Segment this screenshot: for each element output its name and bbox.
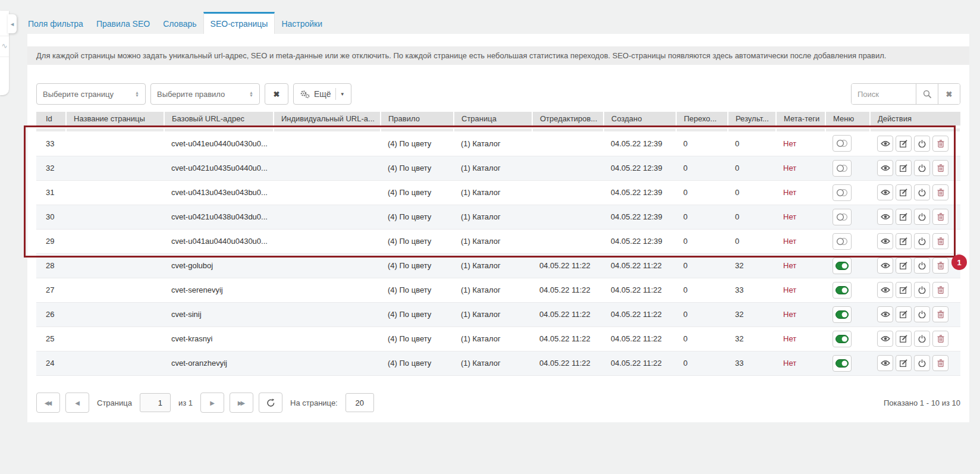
tab-bar: Поля фильтра Правила SEO Словарь SEO-стр… <box>21 12 329 34</box>
cell-meta-tags: Нет <box>776 327 825 351</box>
menu-toggle-button[interactable] <box>833 282 852 299</box>
edit-button[interactable] <box>896 209 912 225</box>
edit-button[interactable] <box>896 282 912 298</box>
column-header-results[interactable]: Результ... <box>728 112 776 127</box>
view-button[interactable] <box>877 331 893 347</box>
delete-button[interactable] <box>932 136 948 152</box>
disable-button[interactable] <box>914 258 930 274</box>
tab-seo-rules[interactable]: Правила SEO <box>90 12 156 34</box>
cell-results: 32 <box>728 327 776 351</box>
search-button[interactable] <box>916 84 938 104</box>
search-input[interactable] <box>852 84 916 104</box>
column-header-base-url[interactable]: Базовый URL-адрес <box>164 112 274 127</box>
delete-button[interactable] <box>932 209 948 225</box>
disable-button[interactable] <box>914 209 930 225</box>
disable-button[interactable] <box>914 233 930 249</box>
disable-button[interactable] <box>914 282 930 298</box>
tab-dictionary[interactable]: Словарь <box>156 12 203 34</box>
rule-select[interactable]: Выберите правило ▲▼ <box>150 83 260 105</box>
edit-button[interactable] <box>896 258 912 274</box>
disable-button[interactable] <box>914 184 930 200</box>
disable-button[interactable] <box>914 331 930 347</box>
edit-button[interactable] <box>896 233 912 249</box>
cell-actions <box>870 229 960 253</box>
more-actions-button[interactable]: Ещё ▼ <box>293 83 351 105</box>
menu-toggle-button[interactable] <box>833 184 852 201</box>
delete-button[interactable] <box>932 331 948 347</box>
edit-button[interactable] <box>896 306 912 322</box>
view-button[interactable] <box>877 160 893 176</box>
cell-page: (1) Каталог <box>454 351 532 375</box>
panel-collapse-toggle[interactable]: ◂ <box>8 14 17 33</box>
view-button[interactable] <box>877 184 893 200</box>
menu-toggle-button[interactable] <box>833 135 852 152</box>
per-page-input[interactable] <box>345 393 374 412</box>
cell-menu <box>825 327 870 351</box>
edit-button[interactable] <box>896 160 912 176</box>
cell-actions <box>870 156 960 180</box>
cell-edited <box>532 131 604 156</box>
cell-actions <box>870 278 960 302</box>
toggle-on-icon <box>835 286 849 294</box>
next-page-button[interactable]: ▶ <box>200 393 224 413</box>
clear-filters-button[interactable]: ✖ <box>265 83 288 105</box>
menu-toggle-button[interactable] <box>833 355 852 372</box>
delete-button[interactable] <box>932 160 948 176</box>
column-header-page[interactable]: Страница <box>454 112 532 127</box>
menu-toggle-button[interactable] <box>833 258 852 274</box>
view-button[interactable] <box>877 209 893 225</box>
column-header-page-name[interactable]: Название страницы <box>66 112 164 127</box>
menu-toggle-button[interactable] <box>833 331 852 347</box>
eye-icon <box>881 238 890 244</box>
delete-button[interactable] <box>932 355 948 371</box>
cell-actions <box>870 253 960 278</box>
delete-button[interactable] <box>932 184 948 200</box>
view-button[interactable] <box>877 355 893 371</box>
menu-toggle-button[interactable] <box>833 306 852 323</box>
edit-button[interactable] <box>896 136 912 152</box>
edit-button[interactable] <box>896 184 912 200</box>
view-button[interactable] <box>877 233 893 249</box>
page-select[interactable]: Выберите страницу ▲▼ <box>36 83 146 105</box>
column-header-meta-tags[interactable]: Мета-теги <box>776 112 825 127</box>
cell-base-url: cvet-oranzhevyij <box>164 351 274 375</box>
cell-base-url: cvet-u0413u043eu043bu0... <box>164 180 274 205</box>
disable-button[interactable] <box>914 136 930 152</box>
disable-button[interactable] <box>914 306 930 322</box>
column-header-transitions[interactable]: Перехо... <box>676 112 728 127</box>
view-button[interactable] <box>877 306 893 322</box>
prev-page-button[interactable]: ◀ <box>65 393 89 413</box>
column-header-id[interactable]: Id <box>36 112 66 127</box>
cell-rule: (4) По цвету <box>381 327 454 351</box>
view-button[interactable] <box>877 258 893 274</box>
column-header-rule[interactable]: Правило <box>381 112 454 127</box>
cell-edited: 04.05.22 11:22 <box>532 278 604 302</box>
page-number-input[interactable] <box>140 393 171 412</box>
column-header-individual-url[interactable]: Индивидуальный URL-а... <box>274 112 381 127</box>
delete-button[interactable] <box>932 233 948 249</box>
tab-settings[interactable]: Настройки <box>275 12 329 34</box>
edit-button[interactable] <box>896 331 912 347</box>
tab-seo-pages[interactable]: SEO-страницы <box>203 12 275 34</box>
cell-page-name <box>66 302 164 327</box>
column-header-created[interactable]: Создано <box>604 112 676 127</box>
delete-button[interactable] <box>932 282 948 298</box>
delete-button[interactable] <box>932 306 948 322</box>
menu-toggle-button[interactable] <box>833 160 852 177</box>
delete-button[interactable] <box>932 258 948 274</box>
disable-button[interactable] <box>914 355 930 371</box>
first-page-button[interactable]: ◀◀ <box>36 393 60 413</box>
column-header-edited[interactable]: Отредактиров... <box>532 112 604 127</box>
tab-filter-fields[interactable]: Поля фильтра <box>21 12 90 34</box>
cell-results: 0 <box>728 156 776 180</box>
last-page-button[interactable]: ▶▶ <box>230 393 253 413</box>
disable-button[interactable] <box>914 160 930 176</box>
edit-button[interactable] <box>896 355 912 371</box>
search-clear-button[interactable]: ✖ <box>938 84 960 104</box>
column-header-menu[interactable]: Меню <box>825 112 870 127</box>
menu-toggle-button[interactable] <box>833 209 852 225</box>
view-button[interactable] <box>877 136 893 152</box>
view-button[interactable] <box>877 282 893 298</box>
refresh-button[interactable] <box>259 393 282 413</box>
menu-toggle-button[interactable] <box>833 233 852 250</box>
